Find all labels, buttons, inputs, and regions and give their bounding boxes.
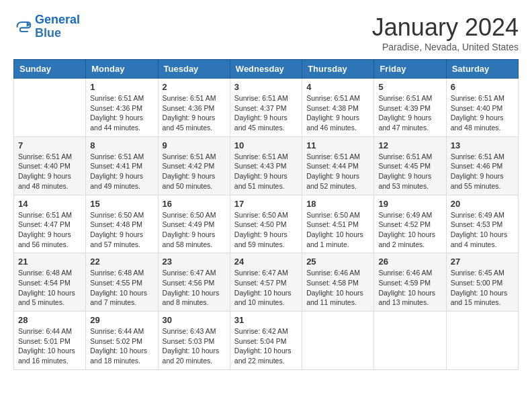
calendar-cell <box>446 312 518 370</box>
day-info: Sunrise: 6:50 AMSunset: 4:50 PMDaylight:… <box>234 210 298 250</box>
day-number: 25 <box>306 257 369 267</box>
day-info: Sunrise: 6:42 AMSunset: 5:04 PMDaylight:… <box>234 326 298 366</box>
calendar-cell <box>374 312 446 370</box>
day-number: 16 <box>163 199 226 209</box>
calendar-cell: 14Sunrise: 6:51 AMSunset: 4:47 PMDayligh… <box>14 195 86 253</box>
calendar-cell: 9Sunrise: 6:51 AMSunset: 4:42 PMDaylight… <box>158 136 230 195</box>
day-info: Sunrise: 6:50 AMSunset: 4:51 PMDaylight:… <box>306 210 369 250</box>
day-number: 29 <box>90 315 153 325</box>
day-info: Sunrise: 6:51 AMSunset: 4:47 PMDaylight:… <box>18 210 81 250</box>
logo: General Blue <box>13 13 80 40</box>
day-number: 14 <box>18 199 81 209</box>
month-title: January 2024 <box>372 13 519 42</box>
day-info: Sunrise: 6:43 AMSunset: 5:03 PMDaylight:… <box>163 326 226 366</box>
day-info: Sunrise: 6:51 AMSunset: 4:44 PMDaylight:… <box>306 152 369 191</box>
day-number: 6 <box>451 82 514 92</box>
calendar-week-row: 7Sunrise: 6:51 AMSunset: 4:40 PMDaylight… <box>14 136 519 195</box>
calendar-cell <box>14 79 86 137</box>
calendar-cell: 28Sunrise: 6:44 AMSunset: 5:01 PMDayligh… <box>14 312 86 370</box>
day-number: 9 <box>163 140 226 150</box>
day-number: 18 <box>306 199 369 209</box>
day-info: Sunrise: 6:51 AMSunset: 4:43 PMDaylight:… <box>234 152 298 191</box>
day-number: 4 <box>306 82 369 92</box>
day-info: Sunrise: 6:51 AMSunset: 4:46 PMDaylight:… <box>451 152 514 191</box>
day-number: 23 <box>163 257 226 267</box>
day-info: Sunrise: 6:47 AMSunset: 4:56 PMDaylight:… <box>163 268 226 308</box>
day-info: Sunrise: 6:51 AMSunset: 4:36 PMDaylight:… <box>163 93 226 133</box>
day-info: Sunrise: 6:51 AMSunset: 4:38 PMDaylight:… <box>306 93 369 133</box>
title-block: January 2024 Paradise, Nevada, United St… <box>372 13 519 52</box>
day-info: Sunrise: 6:49 AMSunset: 4:52 PMDaylight:… <box>378 210 441 250</box>
day-info: Sunrise: 6:44 AMSunset: 5:02 PMDaylight:… <box>90 326 153 366</box>
day-info: Sunrise: 6:51 AMSunset: 4:45 PMDaylight:… <box>378 152 441 191</box>
day-info: Sunrise: 6:50 AMSunset: 4:48 PMDaylight:… <box>90 210 153 250</box>
calendar-week-row: 1Sunrise: 6:51 AMSunset: 4:36 PMDaylight… <box>14 79 519 137</box>
calendar-cell: 10Sunrise: 6:51 AMSunset: 4:43 PMDayligh… <box>230 136 302 195</box>
day-info: Sunrise: 6:44 AMSunset: 5:01 PMDaylight:… <box>18 326 81 366</box>
day-number: 5 <box>378 82 441 92</box>
day-of-week-header: Friday <box>374 60 446 79</box>
calendar-cell: 19Sunrise: 6:49 AMSunset: 4:52 PMDayligh… <box>374 195 446 253</box>
day-of-week-header: Wednesday <box>230 60 302 79</box>
calendar-cell: 4Sunrise: 6:51 AMSunset: 4:38 PMDaylight… <box>302 79 374 137</box>
day-info: Sunrise: 6:48 AMSunset: 4:55 PMDaylight:… <box>90 268 153 308</box>
calendar-cell: 18Sunrise: 6:50 AMSunset: 4:51 PMDayligh… <box>302 195 374 253</box>
day-number: 20 <box>451 199 514 209</box>
logo-icon <box>13 17 32 36</box>
day-info: Sunrise: 6:50 AMSunset: 4:49 PMDaylight:… <box>163 210 226 250</box>
day-info: Sunrise: 6:49 AMSunset: 4:53 PMDaylight:… <box>451 210 514 250</box>
day-number: 19 <box>378 199 441 209</box>
location-subtitle: Paradise, Nevada, United States <box>372 42 519 52</box>
day-of-week-header: Saturday <box>446 60 518 79</box>
day-info: Sunrise: 6:51 AMSunset: 4:40 PMDaylight:… <box>451 93 514 133</box>
day-number: 30 <box>163 315 226 325</box>
calendar-cell <box>302 312 374 370</box>
calendar-cell: 25Sunrise: 6:46 AMSunset: 4:58 PMDayligh… <box>302 253 374 312</box>
day-of-week-header: Monday <box>86 60 158 79</box>
day-number: 15 <box>90 199 153 209</box>
day-number: 10 <box>234 140 298 150</box>
day-number: 2 <box>163 82 226 92</box>
calendar-cell: 31Sunrise: 6:42 AMSunset: 5:04 PMDayligh… <box>230 312 302 370</box>
day-number: 7 <box>18 140 81 150</box>
calendar-cell: 17Sunrise: 6:50 AMSunset: 4:50 PMDayligh… <box>230 195 302 253</box>
calendar-cell: 7Sunrise: 6:51 AMSunset: 4:40 PMDaylight… <box>14 136 86 195</box>
day-number: 11 <box>306 140 369 150</box>
calendar-cell: 16Sunrise: 6:50 AMSunset: 4:49 PMDayligh… <box>158 195 230 253</box>
day-number: 31 <box>234 315 298 325</box>
calendar-cell: 21Sunrise: 6:48 AMSunset: 4:54 PMDayligh… <box>14 253 86 312</box>
calendar-cell: 6Sunrise: 6:51 AMSunset: 4:40 PMDaylight… <box>446 79 518 137</box>
day-info: Sunrise: 6:51 AMSunset: 4:37 PMDaylight:… <box>234 93 298 133</box>
calendar-cell: 13Sunrise: 6:51 AMSunset: 4:46 PMDayligh… <box>446 136 518 195</box>
calendar-cell: 30Sunrise: 6:43 AMSunset: 5:03 PMDayligh… <box>158 312 230 370</box>
day-number: 13 <box>451 140 514 150</box>
logo-text: General Blue <box>35 13 80 40</box>
day-number: 3 <box>234 82 298 92</box>
day-info: Sunrise: 6:46 AMSunset: 4:58 PMDaylight:… <box>306 268 369 308</box>
calendar-cell: 3Sunrise: 6:51 AMSunset: 4:37 PMDaylight… <box>230 79 302 137</box>
calendar-cell: 26Sunrise: 6:46 AMSunset: 4:59 PMDayligh… <box>374 253 446 312</box>
day-number: 22 <box>90 257 153 267</box>
day-of-week-header: Tuesday <box>158 60 230 79</box>
calendar-header-row: SundayMondayTuesdayWednesdayThursdayFrid… <box>14 60 519 79</box>
day-number: 17 <box>234 199 298 209</box>
day-info: Sunrise: 6:51 AMSunset: 4:40 PMDaylight:… <box>18 152 81 191</box>
day-number: 8 <box>90 140 153 150</box>
calendar-table: SundayMondayTuesdayWednesdayThursdayFrid… <box>13 59 519 370</box>
day-number: 24 <box>234 257 298 267</box>
calendar-cell: 11Sunrise: 6:51 AMSunset: 4:44 PMDayligh… <box>302 136 374 195</box>
calendar-cell: 1Sunrise: 6:51 AMSunset: 4:36 PMDaylight… <box>86 79 158 137</box>
day-info: Sunrise: 6:47 AMSunset: 4:57 PMDaylight:… <box>234 268 298 308</box>
day-number: 12 <box>378 140 441 150</box>
calendar-week-row: 28Sunrise: 6:44 AMSunset: 5:01 PMDayligh… <box>14 312 519 370</box>
calendar-cell: 2Sunrise: 6:51 AMSunset: 4:36 PMDaylight… <box>158 79 230 137</box>
calendar-cell: 29Sunrise: 6:44 AMSunset: 5:02 PMDayligh… <box>86 312 158 370</box>
calendar-cell: 23Sunrise: 6:47 AMSunset: 4:56 PMDayligh… <box>158 253 230 312</box>
day-info: Sunrise: 6:51 AMSunset: 4:41 PMDaylight:… <box>90 152 153 191</box>
day-info: Sunrise: 6:48 AMSunset: 4:54 PMDaylight:… <box>18 268 81 308</box>
calendar-cell: 20Sunrise: 6:49 AMSunset: 4:53 PMDayligh… <box>446 195 518 253</box>
calendar-cell: 22Sunrise: 6:48 AMSunset: 4:55 PMDayligh… <box>86 253 158 312</box>
calendar-cell: 5Sunrise: 6:51 AMSunset: 4:39 PMDaylight… <box>374 79 446 137</box>
day-info: Sunrise: 6:51 AMSunset: 4:39 PMDaylight:… <box>378 93 441 133</box>
calendar-week-row: 14Sunrise: 6:51 AMSunset: 4:47 PMDayligh… <box>14 195 519 253</box>
